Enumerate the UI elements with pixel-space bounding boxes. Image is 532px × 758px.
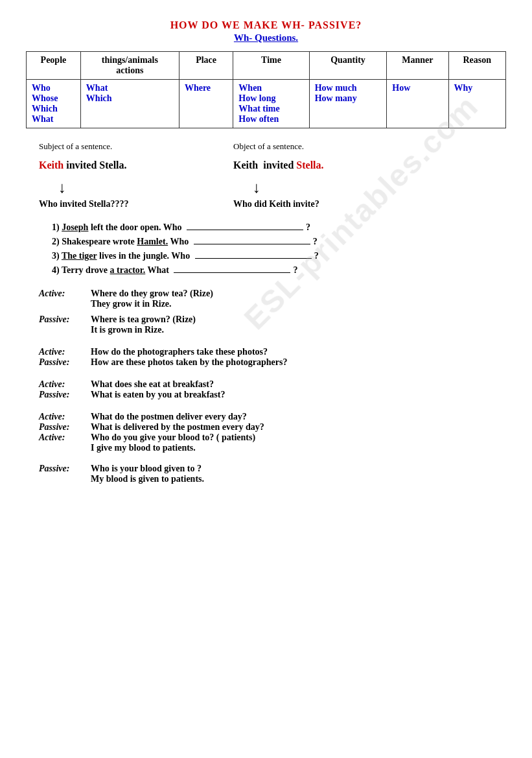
arrow-down-right: ↓ bbox=[253, 179, 506, 196]
ex4-underline: a tractor. bbox=[110, 265, 146, 275]
label-active-1: Active: bbox=[39, 289, 91, 299]
content-active-5: Who do you give your blood to? ( patient… bbox=[91, 432, 506, 443]
sentence-subject: Keith invited Stella. bbox=[39, 160, 233, 171]
cell-things: WhatWhich bbox=[80, 80, 179, 128]
example-passive-1: Passive: Where is tea grown? (Rize) bbox=[39, 314, 506, 325]
content-passive-5b: My blood is given to patients. bbox=[91, 474, 506, 484]
subject-red-word: Keith bbox=[39, 160, 64, 171]
label-passive-3: Passive: bbox=[39, 390, 91, 400]
content-passive-1b: It is grown in Rize. bbox=[91, 325, 506, 335]
arrow-down-left: ↓ bbox=[58, 179, 233, 196]
arrows-row: ↓ ↓ bbox=[26, 179, 506, 196]
question-subject: Who invited Stella???? bbox=[39, 199, 233, 209]
example-active-4: Active: What do the postmen deliver ever… bbox=[39, 412, 506, 422]
label-passive-1: Passive: bbox=[39, 314, 91, 325]
sentences-row: Keith invited Stella. Keith invited Stel… bbox=[26, 160, 506, 175]
content-passive-4: What is delivered by the postmen every d… bbox=[91, 422, 506, 432]
col-header-manner: Manner bbox=[387, 52, 448, 80]
examples-section: Active: Where do they grow tea? (Rize) T… bbox=[26, 289, 506, 484]
content-active-3: What does she eat at breakfast? bbox=[91, 379, 506, 390]
ex1-subject: Joseph bbox=[62, 222, 88, 232]
object-label: Object of a sentence. bbox=[233, 141, 506, 152]
label-active-1b bbox=[39, 299, 91, 309]
exercises-section: 1) Joseph left the door open. Who ? 2) S… bbox=[26, 222, 506, 276]
label-passive-5b bbox=[39, 474, 91, 484]
ex2-underline: Hamlet. bbox=[137, 237, 168, 246]
content-active-5b: I give my blood to patients. bbox=[91, 443, 506, 453]
ex3-blank bbox=[195, 258, 312, 259]
content-passive-3: What is eaten by you at breakfast? bbox=[91, 390, 506, 400]
content-active-4: What do the postmen deliver every day? bbox=[91, 412, 506, 422]
col-header-quantity: Quantity bbox=[309, 52, 387, 80]
col-header-place: Place bbox=[179, 52, 233, 80]
content-active-1b: They grow it in Rize. bbox=[91, 299, 506, 309]
col-header-reason: Reason bbox=[448, 52, 505, 80]
sentence-labels-row: Subject of a sentence. Object of a sente… bbox=[26, 141, 506, 156]
exercise-3: 3) The tiger lives in the jungle. Who ? bbox=[52, 251, 506, 261]
example-active-1: Active: Where do they grow tea? (Rize) bbox=[39, 289, 506, 299]
label-active-3: Active: bbox=[39, 379, 91, 390]
cell-quantity: How muchHow many bbox=[309, 80, 387, 128]
col-header-people: People bbox=[27, 52, 81, 80]
content-passive-1: Where is tea grown? (Rize) bbox=[91, 314, 506, 325]
label-active-5: Active: bbox=[39, 432, 91, 443]
label-passive-2: Passive: bbox=[39, 357, 91, 368]
question-object: Who did Keith invite? bbox=[233, 199, 506, 209]
cell-manner: How bbox=[387, 80, 448, 128]
exercise-2: 2) Shakespeare wrote Hamlet. Who ? bbox=[52, 237, 506, 247]
col-header-things: things/animalsactions bbox=[80, 52, 179, 80]
label-active-4: Active: bbox=[39, 412, 91, 422]
ex1-blank bbox=[187, 230, 303, 230]
example-passive-5: Passive: Who is your blood given to ? bbox=[39, 464, 506, 474]
cell-place: Where bbox=[179, 80, 233, 128]
exercise-1: 1) Joseph left the door open. Who ? bbox=[52, 222, 506, 233]
ex4-blank bbox=[174, 272, 290, 273]
ex3-subject: The tiger bbox=[62, 251, 97, 261]
example-active-3: Active: What does she eat at breakfast? bbox=[39, 379, 506, 390]
example-passive-5b: My blood is given to patients. bbox=[39, 474, 506, 484]
content-passive-2: How are these photos taken by the photog… bbox=[91, 357, 506, 368]
cell-reason: Why bbox=[448, 80, 505, 128]
exercise-4: 4) Terry drove a tractor. What ? bbox=[52, 265, 506, 276]
questions-row: Who invited Stella???? Who did Keith inv… bbox=[26, 199, 506, 209]
page-title: HOW DO WE MAKE WH- PASSIVE? bbox=[26, 19, 506, 31]
label-passive-5: Passive: bbox=[39, 464, 91, 474]
label-active-5b bbox=[39, 443, 91, 453]
wh-table: People things/animalsactions Place Time … bbox=[26, 51, 506, 128]
example-active-5: Active: Who do you give your blood to? (… bbox=[39, 432, 506, 443]
label-active-2: Active: bbox=[39, 347, 91, 357]
content-active-2: How do the photographers take these phot… bbox=[91, 347, 506, 357]
subject-label: Subject of a sentence. bbox=[39, 141, 233, 152]
content-active-1: Where do they grow tea? (Rize) bbox=[91, 289, 506, 299]
page-subtitle: Wh- Questions. bbox=[26, 32, 506, 43]
example-passive-1b: It is grown in Rize. bbox=[39, 325, 506, 335]
object-red-word: Stella. bbox=[296, 160, 323, 171]
content-passive-5: Who is your blood given to ? bbox=[91, 464, 506, 474]
ex2-blank bbox=[194, 244, 310, 244]
cell-people: WhoWhoseWhichWhat bbox=[27, 80, 81, 128]
col-header-time: Time bbox=[233, 52, 309, 80]
example-passive-2: Passive: How are these photos taken by t… bbox=[39, 357, 506, 368]
example-passive-4: Passive: What is delivered by the postme… bbox=[39, 422, 506, 432]
label-passive-1b bbox=[39, 325, 91, 335]
example-passive-3: Passive: What is eaten by you at breakfa… bbox=[39, 390, 506, 400]
label-passive-4: Passive: bbox=[39, 422, 91, 432]
example-active-2: Active: How do the photographers take th… bbox=[39, 347, 506, 357]
cell-time: WhenHow longWhat timeHow often bbox=[233, 80, 309, 128]
example-active-5b: I give my blood to patients. bbox=[39, 443, 506, 453]
sentence-object: Keith invited Stella. bbox=[233, 160, 506, 171]
example-active-1b: They grow it in Rize. bbox=[39, 299, 506, 309]
